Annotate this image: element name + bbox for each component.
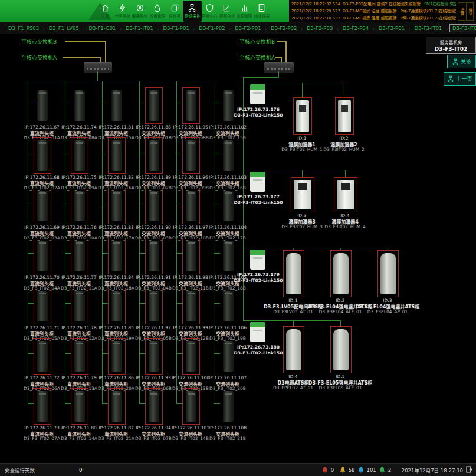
- right-access-switch[interactable]: [264, 62, 294, 73]
- nav-item-video[interactable]: 视频分析: [218, 1, 237, 22]
- device-ip: IP:172.26.11.75: [61, 175, 96, 180]
- device-node-D3_F3_IT02_11A[interactable]: [71, 238, 88, 274]
- alarm-side-button[interactable]: 确认: [466, 2, 474, 21]
- nav-item-ticket[interactable]: 操作票: [165, 1, 184, 22]
- nav-item-bolt[interactable]: 电气系统: [113, 1, 132, 22]
- tab-D3-F3-IT02[interactable]: D3-F3-IT02: [449, 24, 476, 32]
- device-node-D3_F3_IT02_10B[interactable]: [182, 188, 200, 224]
- device-node-D3_F3_IT02_01B[interactable]: [145, 87, 163, 124]
- device-node-D3_F3_IT02_18A[interactable]: [108, 238, 126, 274]
- device-node-D3_F3_IT02_08A[interactable]: [71, 87, 88, 124]
- tab-D3_F1_LV05[interactable]: D3_F1_LV05: [47, 25, 81, 32]
- alarm-count: 101: [367, 467, 376, 473]
- alarm-side-button[interactable]: 消音: [458, 2, 465, 21]
- device-node-D3_F3EL04_AP_01[interactable]: [377, 250, 399, 297]
- alarm-row[interactable]: 2021/12/7 18:27:18 537D3-F3-MC机房 温度 越限报警…: [291, 15, 456, 22]
- device-node-D3_F3_IT02_19B[interactable]: [219, 288, 237, 324]
- device-node-D3_F3_IT02_02B[interactable]: [145, 137, 163, 174]
- device-node-D3_F3_IT02_14A[interactable]: [71, 388, 88, 425]
- device-node-D3_F3_IT02_08B[interactable]: [182, 87, 200, 124]
- device-node-D3_F3IT02_HUM_1[interactable]: [293, 97, 312, 135]
- device-node-D3_F3_IT02_21A[interactable]: [108, 388, 126, 425]
- device-node-D3_F3_IT02_20B[interactable]: [219, 338, 237, 375]
- device-node-D3_F3_IT02_04A[interactable]: [34, 238, 51, 274]
- device-node-D3_F3EL05_ALE_01[interactable]: [330, 326, 352, 373]
- tab-D3-F1-P02[interactable]: D3-F1-P02: [196, 25, 227, 32]
- left-access-switch[interactable]: [84, 62, 112, 73]
- device-node-D3_F3_IT02_06B[interactable]: [145, 338, 163, 375]
- alarm-row[interactable]: 2021/12/7 18:27:32 534D3-F2-P02配电间 空调2 在…: [291, 1, 456, 8]
- device-node-D3_F3_IT02_18B[interactable]: [219, 238, 237, 274]
- device-node-D3_F3_IT02_20A[interactable]: [108, 338, 126, 375]
- gateway-D3-F3-IT02-Link150[interactable]: [250, 84, 265, 104]
- device-node-D3_F3_IT02_13A[interactable]: [71, 338, 88, 375]
- device-node-D3_F3_IT02_05A[interactable]: [34, 288, 51, 324]
- device-node-D3_F3_IT02_13B[interactable]: [182, 338, 200, 375]
- device-node-D3_F3_IT02_05B[interactable]: [145, 288, 163, 324]
- device-node-D3_F3_IT02_11B[interactable]: [182, 238, 200, 274]
- device-node-D3_F3_IT02_07A[interactable]: [34, 388, 51, 425]
- overview-button[interactable]: 总览: [447, 55, 476, 68]
- cabinet-icon: [186, 191, 196, 221]
- device-node-D3_F3_IT02_07B[interactable]: [145, 388, 163, 425]
- device-node-D3_F3_IT02_02A[interactable]: [34, 137, 51, 174]
- nav-item-shield[interactable]: 预警中心: [200, 1, 219, 22]
- device-node-D3_F3_IT02_12A[interactable]: [71, 288, 88, 324]
- device-node-D3_F3_IT02_21B[interactable]: [219, 388, 237, 425]
- device-node-D3_F3_IT02_10A[interactable]: [71, 188, 88, 224]
- device-node-D3_F3_IT02_09B[interactable]: [182, 137, 200, 174]
- nav-item-energy[interactable]: 能源管理: [235, 1, 254, 22]
- nav-item-network[interactable]: 网络拓扑: [183, 1, 202, 22]
- device-node-D3_F3IT02_HUM_4[interactable]: [334, 177, 357, 212]
- device-node-D3_F3_IT02_03A[interactable]: [34, 188, 51, 224]
- device-node-D3_F3_IT02_17B[interactable]: [219, 188, 237, 224]
- device-node-D3_F3IT02_HUM_2[interactable]: [335, 97, 354, 135]
- device-node-D3_F3_IT02_04B[interactable]: [145, 238, 163, 274]
- device-code: D3_F3_IT02_21B: [209, 436, 246, 441]
- tab-D3-F2-P03[interactable]: D3-F2-P03: [304, 25, 335, 32]
- gateway-D3-F3-IT02-Link150[interactable]: [250, 172, 265, 192]
- tab-D3-F3-P01[interactable]: D3-F3-P01: [376, 25, 407, 32]
- device-node-D3_F3_IT02_14B[interactable]: [182, 388, 200, 425]
- device-drop-line: [302, 83, 303, 97]
- nav-item-device[interactable]: 设备管理: [148, 1, 167, 22]
- device-node-D3_F3_IT02_15A[interactable]: [108, 87, 126, 124]
- device-node-D3_F3_IT02_17A[interactable]: [108, 188, 126, 224]
- nav-item-report[interactable]: 统计报表: [252, 1, 271, 22]
- device-node-D3_F3_IT02_09A[interactable]: [71, 137, 88, 174]
- device-node-D3_F3_IT02_19A[interactable]: [108, 288, 126, 324]
- alarm-row[interactable]: 2021/12/7 18:27:29 527D3-F3-MC机房 湿度 越限报警…: [291, 8, 456, 15]
- nav-item-hvac[interactable]: 暖通系统: [130, 1, 149, 22]
- device-node-D3_F3_IT02_03B[interactable]: [145, 188, 163, 224]
- device-node-D3_F3_IT02_06A[interactable]: [34, 338, 51, 375]
- tab-D3-F2-P04[interactable]: D3-F2-P04: [340, 25, 371, 32]
- device-node-D3_F3_IT02_16A[interactable]: [108, 137, 126, 174]
- device-node-D3_F3EL04_ALE_01[interactable]: [330, 250, 352, 297]
- device-node-D3_F3LV05_AT_01[interactable]: [283, 250, 304, 297]
- left-uplink-a-label: 至核心交换机A: [21, 54, 57, 61]
- device-ip: IP:172.26.11.104: [209, 225, 247, 230]
- device-node-D3_EPEL02_AT_01[interactable]: [283, 326, 304, 373]
- nav-label: 网络拓扑: [184, 13, 200, 19]
- tab-D3-F1-IT01[interactable]: D3-F1-IT01: [123, 25, 156, 32]
- device-node-D3_F3_IT02_15B[interactable]: [219, 87, 237, 124]
- equipment-icon: [338, 100, 351, 132]
- device-ip: IP:172.26.11.94: [136, 425, 170, 431]
- gateway-D3-F3-IT02-Link150[interactable]: [250, 250, 265, 270]
- device-node-D3_F3_IT02_12B[interactable]: [182, 288, 200, 324]
- exit-icon[interactable]: [466, 466, 472, 474]
- tab-D3_F1_PS03[interactable]: D3_F1_PS03: [6, 25, 41, 32]
- tab-D3-F1-G01[interactable]: D3-F1-G01: [86, 25, 118, 32]
- nav-item-home[interactable]: 主页: [96, 1, 114, 22]
- device-node-D3_F3_IT02_01A[interactable]: [34, 87, 51, 124]
- device-node-D3_F3_IT02_16B[interactable]: [219, 137, 237, 174]
- previous-page-button[interactable]: 上一页: [444, 72, 476, 86]
- device-node-D3_F3IT02_HUM_3[interactable]: [291, 177, 314, 212]
- device-ip: IP:172.26.11.89: [136, 175, 170, 180]
- tab-D3-F2-P02[interactable]: D3-F2-P02: [268, 25, 299, 32]
- tab-D3-F3-IT01[interactable]: D3-F3-IT01: [412, 25, 445, 32]
- tab-D3-F2-P01[interactable]: D3-F2-P01: [232, 25, 263, 32]
- gateway-D3-F3-IT02-Link150[interactable]: [250, 322, 265, 342]
- cabinet-icon: [186, 341, 196, 372]
- tab-D3-F1-P01[interactable]: D3-F1-P01: [160, 25, 191, 32]
